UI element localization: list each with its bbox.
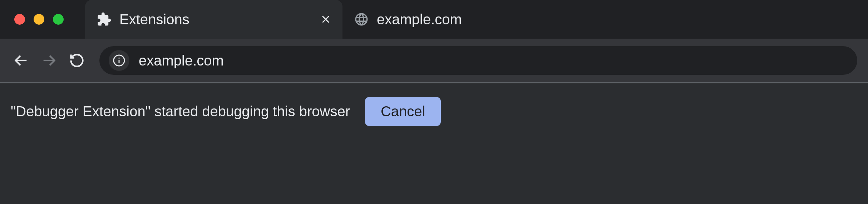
window-minimize-button[interactable]	[34, 14, 44, 25]
site-info-button[interactable]	[109, 50, 129, 71]
info-icon	[113, 54, 125, 67]
arrow-right-icon	[41, 52, 57, 69]
extension-icon	[97, 12, 112, 27]
reload-button[interactable]	[66, 50, 87, 71]
infobar-message: "Debugger Extension" started debugging t…	[11, 103, 350, 120]
close-tab-button[interactable]	[320, 14, 331, 25]
window-maximize-button[interactable]	[53, 14, 64, 25]
url-text: example.com	[139, 53, 224, 69]
arrow-left-icon	[13, 52, 29, 69]
globe-icon	[354, 12, 369, 27]
reload-icon	[69, 53, 85, 68]
tab-title: Extensions	[119, 11, 189, 28]
tab-title: example.com	[377, 11, 462, 28]
svg-point-6	[118, 57, 120, 59]
window-controls	[0, 14, 85, 25]
tab-bar: Extensions example.com	[0, 0, 868, 39]
tab-example-com[interactable]: example.com	[342, 0, 600, 39]
back-button[interactable]	[11, 50, 31, 71]
address-bar[interactable]: example.com	[99, 46, 857, 75]
window-close-button[interactable]	[14, 14, 25, 25]
close-icon	[320, 14, 331, 25]
cancel-button[interactable]: Cancel	[365, 97, 441, 126]
tab-extensions[interactable]: Extensions	[85, 0, 342, 39]
debugger-infobar: "Debugger Extension" started debugging t…	[0, 83, 868, 140]
toolbar: example.com	[0, 39, 868, 83]
forward-button[interactable]	[39, 50, 59, 71]
